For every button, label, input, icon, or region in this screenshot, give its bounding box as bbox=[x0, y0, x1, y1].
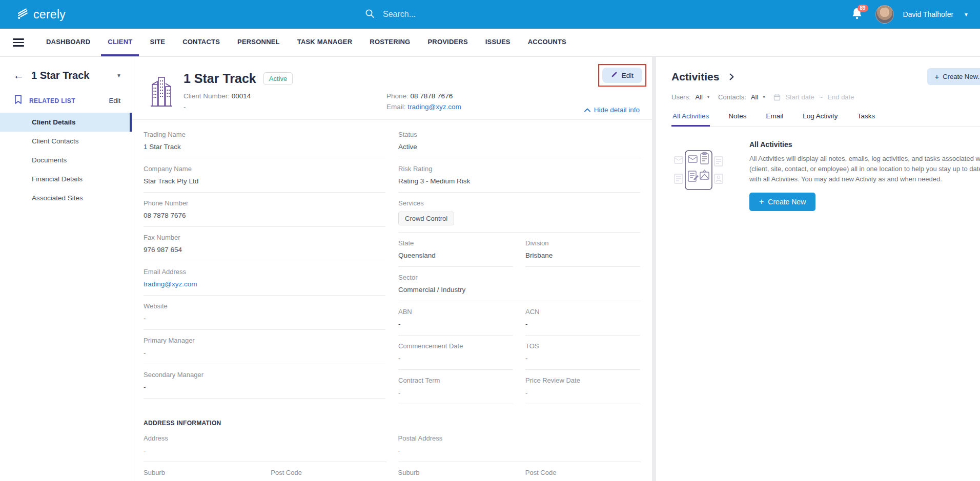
client-phone-line: Phone: 08 7878 7676 bbox=[386, 92, 461, 100]
empty-state-heading: All Activities bbox=[749, 140, 980, 149]
client-building-icon bbox=[151, 73, 172, 114]
field-trading-name: Trading Name 1 Star Track bbox=[144, 124, 385, 158]
nav-tab-accounts[interactable]: ACCOUNTS bbox=[521, 29, 573, 56]
nav-tab-client[interactable]: CLIENT bbox=[101, 29, 139, 56]
cerely-logo-icon bbox=[15, 7, 29, 23]
service-chip-crowd-control: Crowd Control bbox=[398, 212, 454, 225]
field-sector: Sector Commercial / Industry bbox=[398, 267, 640, 301]
sidebar-item-financial-details[interactable]: Financial Details bbox=[0, 170, 132, 189]
contacts-caret-icon[interactable]: ▾ bbox=[763, 95, 765, 99]
field-phone-number: Phone Number 08 7878 7676 bbox=[144, 193, 385, 227]
client-phone-value: 08 7878 7676 bbox=[411, 92, 453, 100]
create-new-top-button[interactable]: + Create New... bbox=[927, 68, 980, 85]
nav-tab-dashboard[interactable]: DASHBOARD bbox=[39, 29, 97, 56]
activities-panel: Activities + Create New... Users: All ▾ … bbox=[656, 57, 980, 481]
nav-tab-personnel[interactable]: PERSONNEL bbox=[231, 29, 287, 56]
create-new-button[interactable]: + Create New bbox=[749, 193, 815, 211]
activities-illustration bbox=[671, 150, 726, 211]
client-email-link[interactable]: trading@xyz.com bbox=[407, 103, 461, 111]
record-dropdown-caret-icon[interactable]: ▼ bbox=[116, 73, 121, 78]
field-postal-address: Postal Address - bbox=[398, 428, 641, 462]
user-avatar[interactable] bbox=[875, 5, 894, 24]
client-detail-panel: 1 Star Track Active Client Number: 00014… bbox=[132, 57, 652, 481]
activities-title: Activities bbox=[671, 71, 719, 83]
client-email-line: Email: trading@xyz.com bbox=[386, 103, 461, 111]
primary-navigation: DASHBOARD CLIENT SITE CONTACTS PERSONNEL… bbox=[0, 29, 980, 57]
field-tos: TOS - bbox=[525, 336, 640, 370]
field-status: Status Active bbox=[398, 124, 640, 158]
nav-tab-task-manager[interactable]: TASK MANAGER bbox=[291, 29, 359, 56]
user-menu-caret-icon[interactable]: ▼ bbox=[964, 12, 969, 17]
brand-name: cerely bbox=[33, 8, 66, 22]
sidebar-record-title: 1 Star Track bbox=[31, 70, 116, 81]
field-abn: ABN - bbox=[398, 301, 513, 336]
field-fax-number: Fax Number 976 987 654 bbox=[144, 227, 385, 261]
field-state: State Queensland bbox=[398, 233, 513, 267]
chevron-right-icon[interactable] bbox=[729, 73, 734, 80]
field-company-name: Company Name Star Track Pty Ltd bbox=[144, 158, 385, 193]
field-price-review-date: Price Review Date - bbox=[525, 370, 640, 404]
nav-tab-rostering[interactable]: ROSTERING bbox=[363, 29, 417, 56]
pencil-icon bbox=[611, 71, 618, 79]
global-search[interactable] bbox=[365, 0, 537, 29]
brand-logo[interactable]: cerely bbox=[15, 7, 66, 23]
field-division: Division Brisbane bbox=[525, 233, 640, 267]
tab-email[interactable]: Email bbox=[765, 109, 785, 127]
field-website: Website - bbox=[144, 296, 385, 330]
annotation-highlight-box: Edit bbox=[598, 64, 646, 87]
activities-empty-state: All Activities All Activities will displ… bbox=[671, 139, 980, 211]
plus-icon: + bbox=[934, 72, 939, 81]
hide-detail-info-toggle[interactable]: Hide detail info bbox=[584, 106, 640, 114]
top-app-bar: cerely 89 David Thalhofer ▼ bbox=[0, 0, 980, 29]
tab-notes[interactable]: Notes bbox=[727, 109, 747, 127]
field-secondary-manager: Secondary Manager - bbox=[144, 364, 385, 399]
hamburger-menu-icon[interactable] bbox=[13, 29, 24, 56]
sidebar-item-client-details[interactable]: Client Details bbox=[0, 113, 132, 132]
contacts-filter-dropdown[interactable]: All bbox=[751, 93, 758, 101]
notifications-button[interactable]: 89 bbox=[851, 7, 866, 22]
users-filter-dropdown[interactable]: All bbox=[696, 93, 703, 101]
nav-tab-site[interactable]: SITE bbox=[143, 29, 172, 56]
field-post-code-1: Post Code - bbox=[271, 462, 386, 481]
client-status-badge: Active bbox=[263, 72, 293, 85]
sidebar-item-documents[interactable]: Documents bbox=[0, 151, 132, 170]
empty-state-description: All Activities will display all notes, e… bbox=[749, 154, 980, 184]
users-caret-icon[interactable]: ▾ bbox=[707, 95, 709, 99]
calendar-icon bbox=[773, 94, 781, 101]
tab-all-activities[interactable]: All Activities bbox=[671, 109, 710, 127]
search-input[interactable] bbox=[383, 10, 537, 19]
tab-log-activity[interactable]: Log Activity bbox=[802, 109, 839, 127]
activities-filters: Users: All ▾ Contacts: All ▾ Start date … bbox=[671, 93, 980, 101]
back-arrow-icon[interactable]: ← bbox=[13, 69, 24, 81]
field-suburb-2: Suburb - bbox=[398, 462, 514, 481]
chevron-up-icon bbox=[584, 106, 590, 114]
field-suburb-1: Suburb - bbox=[144, 462, 259, 481]
search-icon bbox=[365, 9, 375, 20]
user-name: David Thalhofer bbox=[903, 10, 954, 18]
sidebar-item-associated-sites[interactable]: Associated Sites bbox=[0, 189, 132, 207]
start-date-input[interactable]: Start date bbox=[785, 93, 814, 101]
nav-tab-providers[interactable]: PROVIDERS bbox=[421, 29, 474, 56]
field-primary-manager: Primary Manager - bbox=[144, 330, 385, 364]
field-address: Address - bbox=[144, 428, 386, 462]
tab-tasks[interactable]: Tasks bbox=[856, 109, 876, 127]
related-list-heading: RELATED LIST bbox=[29, 97, 109, 104]
field-email-address: Email Address trading@xyz.com bbox=[144, 261, 385, 296]
field-contract-term: Contract Term - bbox=[398, 370, 513, 404]
nav-tab-contacts[interactable]: CONTACTS bbox=[176, 29, 227, 56]
field-acn: ACN - bbox=[525, 301, 640, 336]
client-number-sub: - bbox=[183, 103, 386, 111]
address-section-title: ADDRESS INFORMATION bbox=[132, 404, 652, 428]
end-date-input[interactable]: End date bbox=[827, 93, 854, 101]
edit-button[interactable]: Edit bbox=[602, 68, 642, 83]
detail-column-left: Trading Name 1 Star Track Company Name S… bbox=[144, 124, 385, 404]
nav-tab-issues[interactable]: ISSUES bbox=[479, 29, 517, 56]
client-number-value: 00014 bbox=[232, 92, 251, 100]
sidebar-item-client-contacts[interactable]: Client Contacts bbox=[0, 132, 132, 151]
address-section: Address - Postal Address - Suburb - Post… bbox=[132, 428, 652, 481]
related-list-edit-link[interactable]: Edit bbox=[109, 97, 120, 104]
bookmark-icon bbox=[14, 95, 22, 107]
notification-badge: 89 bbox=[858, 5, 868, 12]
email-address-link[interactable]: trading@xyz.com bbox=[144, 280, 385, 288]
field-commencement-date: Commencement Date - bbox=[398, 336, 513, 370]
